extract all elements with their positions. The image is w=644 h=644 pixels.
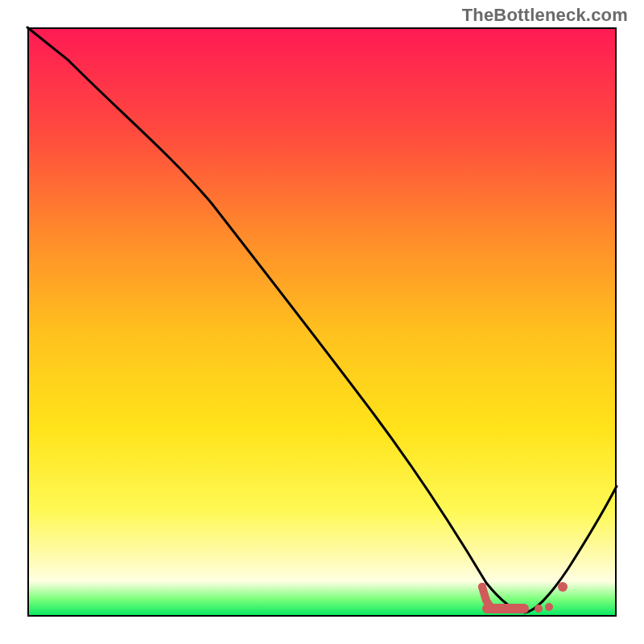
- svg-point-4: [558, 582, 568, 592]
- bottleneck-curve-line: [27, 27, 617, 613]
- svg-point-2: [535, 605, 543, 613]
- bottleneck-chart: TheBottleneck.com: [0, 0, 644, 644]
- curve-layer: [27, 27, 617, 617]
- svg-point-3: [545, 603, 553, 611]
- plot-area: [0, 0, 644, 644]
